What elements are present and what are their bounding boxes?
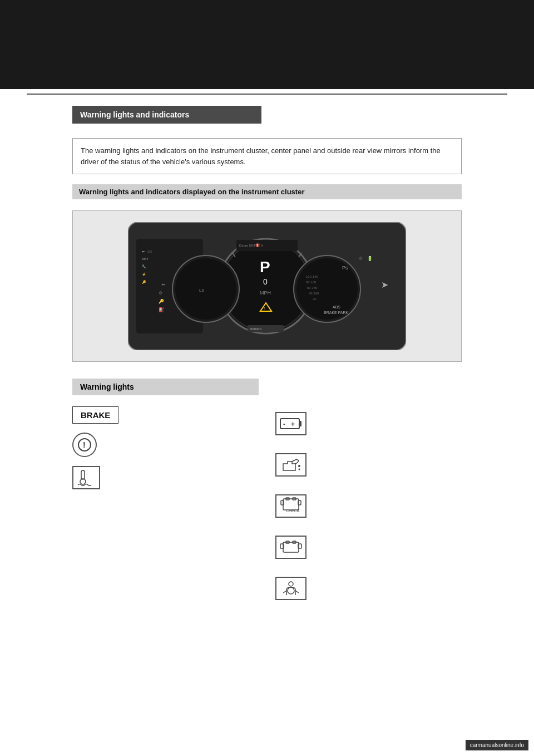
svg-text:⬅: ⬅ xyxy=(161,282,166,287)
svg-text:⛽ H: ⛽ H xyxy=(256,243,263,248)
check-engine-svg: CHECK xyxy=(279,495,303,517)
airbag-icon xyxy=(275,577,306,600)
engine-wrapper xyxy=(275,536,462,566)
oil-icon xyxy=(275,453,306,477)
main-content: Warning lights and indicators The warnin… xyxy=(0,95,534,631)
svg-point-25 xyxy=(175,258,236,320)
svg-rect-51 xyxy=(81,470,85,479)
svg-point-57 xyxy=(298,465,300,467)
svg-text:!: ! xyxy=(83,440,86,449)
cluster-svg-wrapper: ⬅ SKI SKY 🔧 ⚡ 🔑 xyxy=(84,222,450,350)
brake-label: BRAKE xyxy=(81,410,110,420)
section-header: Warning lights and indicators xyxy=(72,106,462,130)
svg-line-73 xyxy=(295,591,299,593)
svg-text:000000: 000000 xyxy=(250,327,262,331)
airbag-wrapper xyxy=(275,577,462,607)
coolant-svg xyxy=(76,468,97,487)
brake-icon-wrapper: BRAKE xyxy=(72,406,259,424)
svg-text:L0: L0 xyxy=(199,288,204,293)
battery-icon: - + xyxy=(275,412,306,435)
airbag-svg xyxy=(279,580,303,597)
svg-rect-59 xyxy=(283,499,299,510)
cluster-svg: ⬅ SKI SKY 🔧 ⚡ 🔑 xyxy=(128,222,406,350)
battery-wrapper: - + xyxy=(275,412,462,442)
svg-text:40   200: 40 200 xyxy=(309,292,319,295)
svg-text:ABS: ABS xyxy=(333,305,340,309)
svg-rect-63 xyxy=(298,500,301,505)
svg-point-71 xyxy=(288,587,294,594)
svg-text:Ps: Ps xyxy=(342,265,348,271)
svg-text:!: ! xyxy=(264,306,265,311)
svg-text:CHECK: CHECK xyxy=(286,509,300,513)
svg-text:BRAKE PARK: BRAKE PARK xyxy=(324,311,349,315)
svg-text:+: + xyxy=(291,420,295,428)
svg-rect-54 xyxy=(299,421,301,426)
svg-text:80   160: 80 160 xyxy=(306,281,317,284)
master-warning-svg: ! xyxy=(77,438,92,452)
section-title: Warning lights and indicators xyxy=(72,106,261,124)
page-wrapper: Warning lights and indicators The warnin… xyxy=(0,0,534,756)
master-warning-wrapper: ! xyxy=(72,433,259,457)
svg-point-70 xyxy=(289,582,293,586)
svg-text:SKI: SKI xyxy=(147,250,152,253)
svg-text:20: 20 xyxy=(313,297,317,301)
svg-text:⛽: ⛽ xyxy=(159,307,164,312)
oil-wrapper xyxy=(275,453,462,483)
svg-text:⚙: ⚙ xyxy=(359,256,363,261)
coolant-wrapper xyxy=(72,466,259,489)
svg-text:60   180: 60 180 xyxy=(307,286,318,289)
warning-section: Warning lights BRAKE ! xyxy=(72,379,462,609)
warning-left: Warning lights BRAKE ! xyxy=(72,379,259,609)
svg-text:-: - xyxy=(283,420,285,428)
svg-rect-65 xyxy=(283,542,299,552)
check-engine-wrapper: CHECK xyxy=(275,494,462,524)
svg-text:⚡: ⚡ xyxy=(142,272,146,277)
svg-text:🔧: 🔧 xyxy=(142,264,146,269)
brake-icon: BRAKE xyxy=(72,406,118,424)
master-warning-icon: ! xyxy=(72,433,97,457)
svg-text:100 140: 100 140 xyxy=(306,275,318,278)
svg-rect-62 xyxy=(281,500,284,505)
svg-text:SKY: SKY xyxy=(142,257,149,261)
svg-text:➤: ➤ xyxy=(381,280,388,289)
svg-text:⚙: ⚙ xyxy=(159,291,162,296)
svg-text:🔑: 🔑 xyxy=(142,280,146,284)
warning-right: - + xyxy=(275,379,462,609)
watermark-text: carmanualsonline.info xyxy=(466,740,528,750)
watermark-area: carmanualsonline.info xyxy=(466,740,528,750)
svg-line-72 xyxy=(283,591,286,593)
check-engine-icon: CHECK xyxy=(275,494,306,518)
svg-text:🔋: 🔋 xyxy=(367,256,373,261)
svg-point-58 xyxy=(299,469,300,470)
svg-text:0: 0 xyxy=(263,277,268,286)
svg-text:⬅: ⬅ xyxy=(142,250,145,253)
engine-icon xyxy=(275,536,306,559)
oil-svg xyxy=(279,456,303,474)
coolant-icon xyxy=(72,466,100,489)
info-text: The warning lights and indicators on the… xyxy=(81,145,453,167)
battery-svg: - + xyxy=(279,415,303,433)
svg-text:P: P xyxy=(260,258,270,276)
cluster-container: ⬅ SKI SKY 🔧 ⚡ 🔑 xyxy=(72,210,462,362)
top-bar xyxy=(0,0,534,89)
warning-lights-header: Warning lights xyxy=(72,379,259,395)
engine-svg xyxy=(279,538,303,556)
info-box: The warning lights and indicators on the… xyxy=(72,138,462,174)
svg-text:🔑: 🔑 xyxy=(159,298,164,304)
sub-section-title: Warning lights and indicators displayed … xyxy=(72,184,462,199)
svg-text:MPH: MPH xyxy=(260,290,271,296)
svg-text:Doors 58°F: Doors 58°F xyxy=(239,244,256,247)
